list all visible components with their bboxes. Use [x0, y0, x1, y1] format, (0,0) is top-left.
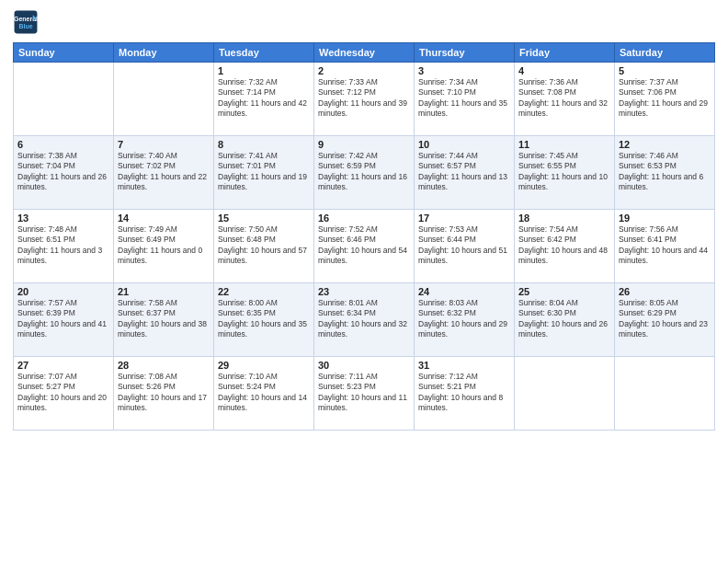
calendar-cell: 21Sunrise: 7:58 AM Sunset: 6:37 PM Dayli… — [114, 283, 214, 357]
calendar-cell — [114, 63, 214, 136]
logo-icon: General Blue — [13, 9, 39, 35]
weekday-header-thursday: Thursday — [415, 43, 515, 63]
day-info: Sunrise: 8:04 AM Sunset: 6:30 PM Dayligh… — [518, 298, 610, 340]
day-info: Sunrise: 7:12 AM Sunset: 5:21 PM Dayligh… — [418, 372, 510, 414]
calendar-week-5: 27Sunrise: 7:07 AM Sunset: 5:27 PM Dayli… — [14, 357, 715, 431]
day-info: Sunrise: 7:10 AM Sunset: 5:24 PM Dayligh… — [218, 372, 310, 414]
day-info: Sunrise: 7:34 AM Sunset: 7:10 PM Dayligh… — [418, 77, 510, 120]
weekday-header-saturday: Saturday — [615, 43, 715, 63]
calendar-cell: 15Sunrise: 7:50 AM Sunset: 6:48 PM Dayli… — [214, 210, 314, 283]
day-info: Sunrise: 7:45 AM Sunset: 6:55 PM Dayligh… — [518, 151, 610, 193]
day-info: Sunrise: 7:33 AM Sunset: 7:12 PM Dayligh… — [318, 77, 410, 120]
calendar-body: 1Sunrise: 7:32 AM Sunset: 7:14 PM Daylig… — [14, 63, 715, 431]
day-info: Sunrise: 7:50 AM Sunset: 6:48 PM Dayligh… — [218, 224, 310, 267]
day-number: 18 — [518, 213, 610, 224]
calendar-cell: 3Sunrise: 7:34 AM Sunset: 7:10 PM Daylig… — [415, 63, 515, 136]
calendar-cell: 7Sunrise: 7:40 AM Sunset: 7:02 PM Daylig… — [114, 136, 214, 210]
day-number: 23 — [318, 286, 410, 297]
day-number: 29 — [218, 360, 310, 371]
calendar-cell: 12Sunrise: 7:46 AM Sunset: 6:53 PM Dayli… — [615, 136, 715, 210]
day-number: 15 — [218, 213, 310, 224]
day-number: 19 — [619, 213, 711, 224]
calendar-cell: 11Sunrise: 7:45 AM Sunset: 6:55 PM Dayli… — [515, 136, 615, 210]
calendar-cell: 17Sunrise: 7:53 AM Sunset: 6:44 PM Dayli… — [415, 210, 515, 283]
calendar-cell: 20Sunrise: 7:57 AM Sunset: 6:39 PM Dayli… — [14, 283, 114, 357]
day-info: Sunrise: 7:36 AM Sunset: 7:08 PM Dayligh… — [518, 77, 610, 120]
calendar-week-1: 1Sunrise: 7:32 AM Sunset: 7:14 PM Daylig… — [14, 63, 715, 136]
day-number: 10 — [418, 139, 510, 150]
calendar-cell: 5Sunrise: 7:37 AM Sunset: 7:06 PM Daylig… — [615, 63, 715, 136]
day-info: Sunrise: 7:44 AM Sunset: 6:57 PM Dayligh… — [418, 151, 510, 193]
calendar-cell: 4Sunrise: 7:36 AM Sunset: 7:08 PM Daylig… — [515, 63, 615, 136]
day-info: Sunrise: 7:08 AM Sunset: 5:26 PM Dayligh… — [118, 372, 210, 414]
calendar-header-row: SundayMondayTuesdayWednesdayThursdayFrid… — [14, 43, 715, 63]
day-info: Sunrise: 7:58 AM Sunset: 6:37 PM Dayligh… — [118, 298, 210, 340]
day-number: 4 — [518, 65, 610, 76]
weekday-header-tuesday: Tuesday — [214, 43, 314, 63]
day-info: Sunrise: 7:37 AM Sunset: 7:06 PM Dayligh… — [619, 77, 711, 120]
svg-text:Blue: Blue — [18, 23, 32, 29]
calendar-cell: 29Sunrise: 7:10 AM Sunset: 5:24 PM Dayli… — [214, 357, 314, 431]
day-info: Sunrise: 8:03 AM Sunset: 6:32 PM Dayligh… — [418, 298, 510, 340]
day-number: 13 — [17, 213, 109, 224]
calendar-cell: 31Sunrise: 7:12 AM Sunset: 5:21 PM Dayli… — [415, 357, 515, 431]
day-info: Sunrise: 7:07 AM Sunset: 5:27 PM Dayligh… — [17, 372, 109, 414]
calendar-cell: 23Sunrise: 8:01 AM Sunset: 6:34 PM Dayli… — [314, 283, 415, 357]
day-number: 20 — [17, 286, 109, 297]
day-number: 2 — [318, 65, 410, 76]
calendar-cell — [515, 357, 615, 431]
day-number: 17 — [418, 213, 510, 224]
day-number: 26 — [619, 286, 711, 297]
day-info: Sunrise: 7:52 AM Sunset: 6:46 PM Dayligh… — [318, 224, 410, 267]
calendar-cell: 1Sunrise: 7:32 AM Sunset: 7:14 PM Daylig… — [214, 63, 314, 136]
calendar-week-2: 6Sunrise: 7:38 AM Sunset: 7:04 PM Daylig… — [14, 136, 715, 210]
day-number: 31 — [418, 360, 510, 371]
day-number: 30 — [318, 360, 410, 371]
calendar-cell: 27Sunrise: 7:07 AM Sunset: 5:27 PM Dayli… — [14, 357, 114, 431]
calendar-cell: 26Sunrise: 8:05 AM Sunset: 6:29 PM Dayli… — [615, 283, 715, 357]
calendar-cell: 19Sunrise: 7:56 AM Sunset: 6:41 PM Dayli… — [615, 210, 715, 283]
calendar-table: SundayMondayTuesdayWednesdayThursdayFrid… — [13, 42, 715, 431]
day-number: 5 — [619, 65, 711, 76]
day-number: 25 — [518, 286, 610, 297]
day-info: Sunrise: 7:42 AM Sunset: 6:59 PM Dayligh… — [318, 151, 410, 193]
day-info: Sunrise: 7:49 AM Sunset: 6:49 PM Dayligh… — [118, 224, 210, 267]
day-number: 11 — [518, 139, 610, 150]
day-number: 8 — [218, 139, 310, 150]
calendar-cell: 8Sunrise: 7:41 AM Sunset: 7:01 PM Daylig… — [214, 136, 314, 210]
calendar-week-3: 13Sunrise: 7:48 AM Sunset: 6:51 PM Dayli… — [14, 210, 715, 283]
day-info: Sunrise: 7:56 AM Sunset: 6:41 PM Dayligh… — [619, 224, 711, 267]
day-number: 14 — [118, 213, 210, 224]
calendar-cell: 16Sunrise: 7:52 AM Sunset: 6:46 PM Dayli… — [314, 210, 415, 283]
day-info: Sunrise: 7:48 AM Sunset: 6:51 PM Dayligh… — [17, 224, 109, 267]
day-number: 16 — [318, 213, 410, 224]
day-number: 3 — [418, 65, 510, 76]
calendar-week-4: 20Sunrise: 7:57 AM Sunset: 6:39 PM Dayli… — [14, 283, 715, 357]
day-number: 6 — [17, 139, 109, 150]
calendar-cell: 2Sunrise: 7:33 AM Sunset: 7:12 PM Daylig… — [314, 63, 415, 136]
day-info: Sunrise: 7:41 AM Sunset: 7:01 PM Dayligh… — [218, 151, 310, 193]
calendar-cell: 13Sunrise: 7:48 AM Sunset: 6:51 PM Dayli… — [14, 210, 114, 283]
calendar-cell: 14Sunrise: 7:49 AM Sunset: 6:49 PM Dayli… — [114, 210, 214, 283]
logo: General Blue — [13, 9, 39, 35]
calendar-cell: 22Sunrise: 8:00 AM Sunset: 6:35 PM Dayli… — [214, 283, 314, 357]
day-info: Sunrise: 8:00 AM Sunset: 6:35 PM Dayligh… — [218, 298, 310, 340]
calendar-cell: 28Sunrise: 7:08 AM Sunset: 5:26 PM Dayli… — [114, 357, 214, 431]
day-info: Sunrise: 7:53 AM Sunset: 6:44 PM Dayligh… — [418, 224, 510, 267]
day-info: Sunrise: 7:40 AM Sunset: 7:02 PM Dayligh… — [118, 151, 210, 193]
calendar-cell: 30Sunrise: 7:11 AM Sunset: 5:23 PM Dayli… — [314, 357, 415, 431]
day-info: Sunrise: 7:11 AM Sunset: 5:23 PM Dayligh… — [318, 372, 410, 414]
day-number: 27 — [17, 360, 109, 371]
day-number: 22 — [218, 286, 310, 297]
calendar-cell — [14, 63, 114, 136]
weekday-header-wednesday: Wednesday — [314, 43, 415, 63]
day-number: 12 — [619, 139, 711, 150]
calendar-cell: 6Sunrise: 7:38 AM Sunset: 7:04 PM Daylig… — [14, 136, 114, 210]
day-info: Sunrise: 7:54 AM Sunset: 6:42 PM Dayligh… — [518, 224, 610, 267]
day-info: Sunrise: 7:57 AM Sunset: 6:39 PM Dayligh… — [17, 298, 109, 340]
weekday-header-friday: Friday — [515, 43, 615, 63]
page-header: General Blue — [13, 9, 715, 35]
day-info: Sunrise: 7:32 AM Sunset: 7:14 PM Dayligh… — [218, 77, 310, 120]
calendar-cell: 9Sunrise: 7:42 AM Sunset: 6:59 PM Daylig… — [314, 136, 415, 210]
calendar-cell: 18Sunrise: 7:54 AM Sunset: 6:42 PM Dayli… — [515, 210, 615, 283]
